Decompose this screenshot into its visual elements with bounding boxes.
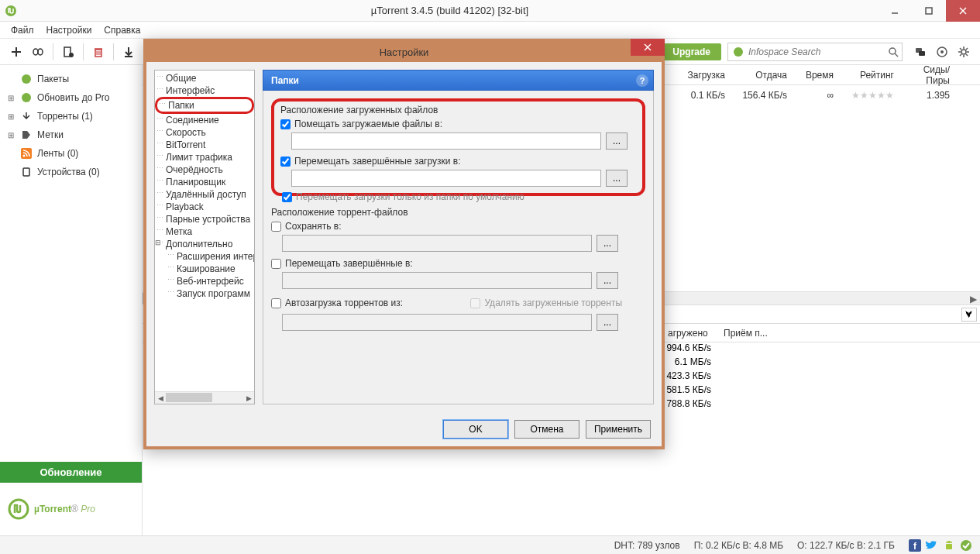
sidebar-item-torrents[interactable]: ⊞ Торренты (1) — [3, 107, 139, 126]
detail-value: 423.3 КБ/s — [662, 370, 717, 384]
tree-adv-cache[interactable]: Кэширование — [155, 263, 254, 275]
svg-point-47 — [961, 540, 971, 551]
add-torrent-icon[interactable] — [6, 42, 26, 62]
tree-speed[interactable]: Скорость — [155, 126, 254, 139]
tree-paired[interactable]: Парные устройства — [155, 213, 254, 225]
tree-playback[interactable]: Playback — [155, 201, 254, 213]
col-time[interactable]: Время — [793, 70, 840, 81]
tree-adv-web[interactable]: Веб-интерфейс — [155, 275, 254, 287]
chk-label: Автозагрузка торрентов из: — [285, 298, 403, 308]
col-download[interactable]: Загрузка — [669, 70, 731, 81]
menu-help[interactable]: Справка — [98, 23, 146, 37]
tree-folders[interactable]: Папки — [155, 97, 254, 114]
tree-scrollbar[interactable]: ◀▶ — [155, 391, 254, 404]
window-title: µTorrent 3.4.5 (build 41202) [32-bit] — [22, 5, 878, 16]
download-icon — [20, 110, 33, 122]
remote-icon[interactable] — [932, 42, 952, 62]
facebook-icon[interactable]: f — [909, 539, 921, 552]
upgrade-button[interactable]: Upgrade — [662, 43, 721, 60]
tree-scheduler[interactable]: Планировщик — [155, 176, 254, 188]
sidebar-item-label: Торренты (1) — [37, 111, 93, 122]
browse-move-completed-torrents-button[interactable]: ... — [597, 272, 618, 289]
input-completed-path[interactable] — [291, 170, 601, 187]
help-icon[interactable]: ? — [636, 74, 648, 87]
input-move-completed-torrents-path — [282, 272, 592, 289]
browse-autoload-button[interactable]: ... — [597, 314, 618, 331]
settings-tree[interactable]: Общие Интерфейс Папки Соединение Скорост… — [154, 70, 255, 404]
sidebar-item-packages[interactable]: Пакеты — [3, 70, 139, 88]
tree-adv-run[interactable]: Запуск программ — [155, 287, 254, 300]
col-upload[interactable]: Отдача — [731, 70, 793, 81]
add-url-icon[interactable] — [28, 42, 48, 62]
section-torrent-files-location: Расположение торрент-файлов — [271, 207, 645, 218]
browse-completed-button[interactable]: ... — [606, 170, 628, 187]
dialog-titlebar: Настройки — [146, 42, 662, 62]
search-icon[interactable] — [888, 46, 899, 57]
input-downloads-path[interactable] — [291, 132, 601, 150]
create-torrent-icon[interactable] — [58, 42, 78, 62]
input-save-torrents-path — [282, 235, 592, 252]
sidebar-item-feeds[interactable]: Ленты (0) — [3, 144, 139, 163]
input-autoload-path — [282, 314, 592, 331]
chk-autoload-torrents[interactable] — [271, 298, 281, 308]
detail-col-downloaded[interactable]: агружено — [662, 328, 717, 339]
browse-save-torrents-button[interactable]: ... — [597, 235, 618, 252]
ok-button[interactable]: OK — [443, 420, 508, 439]
sidebar-item-devices[interactable]: Устройства (0) — [3, 163, 139, 181]
chk-label: Помещать загружаемые файлы в: — [294, 119, 442, 129]
minimize-button[interactable] — [878, 0, 912, 22]
menu-settings[interactable]: Настройки — [40, 23, 98, 37]
update-button[interactable]: Обновление — [0, 462, 142, 483]
sidebar-item-upgrade-pro[interactable]: ⊞ Обновить до Pro — [3, 88, 139, 107]
detail-value: 994.6 КБ/s — [662, 342, 717, 356]
tree-connection[interactable]: Соединение — [155, 114, 254, 126]
menu-file[interactable]: Файл — [5, 23, 40, 37]
svg-point-39 — [23, 155, 26, 157]
package-icon — [20, 73, 33, 85]
tree-remote[interactable]: Удалённый доступ — [155, 188, 254, 201]
android-icon[interactable] — [943, 539, 955, 552]
chk-label: Перемещать загрузки только из папки по у… — [296, 191, 524, 202]
cancel-button[interactable]: Отмена — [514, 420, 579, 439]
tree-advanced[interactable]: Дополнительно — [155, 238, 254, 250]
detail-col-receive[interactable]: Приём п... — [717, 328, 779, 339]
apply-button[interactable]: Применить — [586, 420, 651, 439]
close-button[interactable] — [946, 0, 980, 22]
chk-move-completed[interactable] — [280, 157, 291, 167]
start-download-icon[interactable] — [119, 42, 139, 62]
app-icon — [0, 0, 22, 22]
settings-gear-icon[interactable] — [954, 42, 974, 62]
col-peers[interactable]: Сиды/Пиры — [900, 64, 956, 86]
col-rating[interactable]: Рейтинг — [840, 70, 900, 81]
tree-label[interactable]: Метка — [155, 225, 254, 238]
svg-line-22 — [895, 53, 898, 57]
tree-general[interactable]: Общие — [155, 72, 254, 84]
chk-move-default-only[interactable] — [282, 192, 292, 202]
status-ok-icon[interactable] — [960, 539, 972, 552]
chk-put-downloads-in[interactable] — [280, 119, 291, 129]
tree-bandwidth[interactable]: Лимит трафика — [155, 151, 254, 163]
dialog-close-button[interactable] — [631, 39, 665, 56]
svg-rect-2 — [926, 8, 932, 14]
scroll-right-icon[interactable]: ▶ — [966, 292, 980, 306]
status-net: П: 0.2 КБ/с В: 4.8 МБ — [694, 540, 783, 551]
chk-label: Перемещать завершённые загрузки в: — [294, 156, 460, 167]
search-box[interactable] — [727, 43, 903, 61]
tree-queue[interactable]: Очерёдность — [155, 163, 254, 176]
chk-save-torrents-in[interactable] — [271, 222, 281, 232]
tree-interface[interactable]: Интерфейс — [155, 84, 254, 97]
detail-value: 581.5 КБ/s — [662, 384, 717, 398]
collapse-detail-icon[interactable]: ⮟ — [961, 308, 977, 322]
sidebar-item-labels[interactable]: ⊞ Метки — [3, 126, 139, 144]
svg-point-41 — [9, 500, 28, 518]
svg-point-20 — [734, 47, 743, 57]
browse-downloads-button[interactable]: ... — [606, 132, 628, 150]
maximize-button[interactable] — [912, 0, 946, 22]
chk-move-completed-torrents[interactable] — [271, 259, 281, 269]
twitter-icon[interactable] — [926, 539, 938, 552]
tree-adv-ext[interactable]: Расширения интерфейса — [155, 250, 254, 263]
chat-icon[interactable] — [910, 42, 930, 62]
tree-bittorrent[interactable]: BitTorrent — [155, 139, 254, 151]
search-input[interactable] — [748, 46, 888, 57]
delete-icon[interactable] — [88, 42, 108, 62]
